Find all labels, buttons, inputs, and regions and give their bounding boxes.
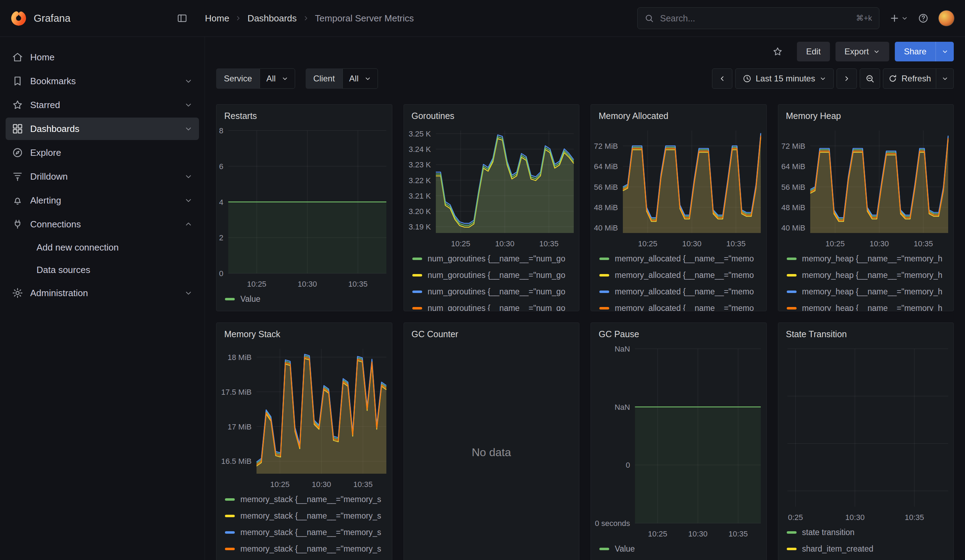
svg-text:10:25: 10:25	[825, 239, 845, 248]
chart-canvas: 18 MiB17.5 MiB17 MiB16.5 MiB10:2510:3010…	[216, 344, 392, 490]
legend-item[interactable]: memory_allocated {__name__="memo	[591, 250, 766, 267]
legend-item[interactable]: memory_stack {__name__="memory_s	[216, 541, 392, 557]
service-filter-value[interactable]: All	[260, 69, 295, 89]
legend-item[interactable]: memory_stack {__name__="memory_s	[216, 491, 392, 508]
sidebar-item-explore[interactable]: Explore	[6, 141, 199, 164]
search-box[interactable]: ⌘+k	[637, 7, 879, 29]
svg-text:6: 6	[219, 162, 223, 171]
legend-item[interactable]: Value	[216, 291, 392, 307]
panel-grid: Restarts8642010:2510:3010:35ValueGorouti…	[205, 89, 965, 560]
svg-text:40 MiB: 40 MiB	[781, 224, 805, 232]
legend-item[interactable]: num_goroutines {__name__="num_go	[404, 300, 579, 311]
legend-marker	[225, 548, 235, 550]
share-button[interactable]: Share	[895, 42, 936, 61]
legend-item[interactable]: num_goroutines {__name__="num_go	[404, 284, 579, 300]
new-button[interactable]	[889, 13, 908, 23]
search-icon	[644, 14, 654, 23]
export-button[interactable]: Export	[836, 42, 889, 61]
chart-area: 18 MiB17.5 MiB17 MiB16.5 MiB10:2510:3010…	[216, 344, 392, 490]
sidebar-item-administration[interactable]: Administration	[6, 282, 199, 304]
legend-item[interactable]: memory_stack {__name__="memory_s	[216, 524, 392, 541]
legend-item[interactable]: memory_allocated {__name__="memo	[591, 267, 766, 284]
no-data-message: No data	[404, 344, 579, 560]
legend-marker	[412, 291, 422, 293]
legend-item[interactable]: memory_heap {__name__="memory_h	[778, 284, 954, 300]
chevron-down-icon[interactable]	[184, 124, 193, 133]
search-input[interactable]	[659, 13, 850, 24]
edit-button[interactable]: Edit	[797, 42, 829, 61]
zoom-out-button[interactable]	[860, 69, 880, 89]
panel-title[interactable]: Memory Heap	[778, 104, 954, 126]
refresh-interval-button[interactable]	[936, 69, 954, 89]
help-button[interactable]	[918, 13, 929, 23]
dock-menu-button[interactable]	[177, 13, 187, 23]
panel-title[interactable]: Restarts	[216, 104, 392, 126]
legend: memory_stack {__name__="memory_smemory_s…	[216, 490, 392, 560]
chevron-down-icon[interactable]	[184, 289, 193, 297]
refresh-button[interactable]: Refresh	[883, 69, 936, 89]
time-controls: Last 15 minutes	[712, 69, 954, 89]
legend-label: memory_allocated {__name__="memo	[615, 271, 754, 280]
body-row: HomeBookmarksStarredDashboardsExploreDri…	[0, 37, 965, 560]
legend-item[interactable]: memory_heap {__name__="memory_h	[778, 300, 954, 311]
favorite-star-button[interactable]	[770, 46, 786, 57]
legend-item[interactable]: memory_allocated {__name__="memo	[591, 300, 766, 311]
legend-item[interactable]: memory_heap {__name__="memory_h	[778, 250, 954, 267]
legend-item[interactable]: memory_stack {__name__="memory_s	[216, 508, 392, 524]
sidebar-item-drilldown[interactable]: Drilldown	[6, 165, 199, 188]
sidebar-item-add-new-connection[interactable]: Add new connection	[6, 237, 199, 258]
svg-text:10:35: 10:35	[348, 280, 367, 289]
variable-filters: Service All Client All	[216, 69, 378, 89]
legend-label: state transition	[802, 528, 855, 537]
chevron-down-icon[interactable]	[184, 101, 193, 109]
sidebar-item-home[interactable]: Home	[6, 46, 199, 69]
sidebar-item-dashboards[interactable]: Dashboards	[6, 118, 199, 140]
sidebar-item-bookmarks[interactable]: Bookmarks	[6, 70, 199, 92]
chevron-down-icon[interactable]	[184, 196, 193, 204]
compass-icon	[12, 147, 23, 158]
sidebar-item-starred[interactable]: Starred	[6, 94, 199, 116]
legend-item[interactable]: memory_heap {__name__="memory_h	[778, 267, 954, 284]
panel-title[interactable]: Goroutines	[404, 104, 579, 126]
legend-item[interactable]: num_goroutines {__name__="num_go	[404, 250, 579, 267]
dashboard-toolbar: Edit Export Share	[205, 37, 965, 66]
panel-title[interactable]: GC Counter	[404, 323, 579, 344]
sidebar-item-data-sources[interactable]: Data sources	[6, 259, 199, 280]
time-shift-forward-button[interactable]	[837, 69, 857, 89]
svg-text:72 MiB: 72 MiB	[594, 142, 618, 150]
panel-title[interactable]: Memory Stack	[216, 323, 392, 344]
legend-item[interactable]: memory_allocated {__name__="memo	[591, 284, 766, 300]
legend-marker	[225, 498, 235, 501]
legend-item[interactable]: Value	[591, 541, 766, 557]
chevron-down-icon[interactable]	[184, 172, 193, 181]
brand[interactable]: Grafana	[10, 10, 70, 26]
chart-area: No data	[404, 344, 579, 560]
chevron-down-icon[interactable]	[184, 77, 193, 85]
drilldown-icon	[12, 171, 23, 182]
svg-text:10:35: 10:35	[353, 480, 373, 489]
sidebar-item-connections[interactable]: Connections	[6, 213, 199, 235]
time-range-picker[interactable]: Last 15 minutes	[735, 69, 834, 89]
legend-item[interactable]: num_goroutines {__name__="num_go	[404, 267, 579, 284]
header-actions	[889, 10, 955, 26]
panel-title[interactable]: GC Pause	[591, 323, 766, 344]
panel-title[interactable]: State Transition	[778, 323, 954, 344]
sidebar-item-alerting[interactable]: Alerting	[6, 189, 199, 212]
time-shift-back-button[interactable]	[712, 69, 732, 89]
share-menu-button[interactable]	[936, 42, 954, 61]
legend-label: memory_stack {__name__="memory_s	[240, 528, 381, 537]
chevron-up-icon[interactable]	[184, 220, 193, 229]
sidebar-item-label: Home	[30, 52, 193, 63]
legend-item[interactable]: state transition	[778, 524, 954, 541]
svg-text:4: 4	[219, 198, 223, 207]
chevron-down-icon	[819, 75, 826, 82]
avatar[interactable]	[938, 10, 955, 26]
legend-item[interactable]: shard_item_created	[778, 541, 954, 557]
svg-text:72 MiB: 72 MiB	[781, 142, 805, 150]
panel-title[interactable]: Memory Allocated	[591, 104, 766, 126]
client-filter-value[interactable]: All	[342, 69, 378, 89]
breadcrumb-home[interactable]: Home	[205, 13, 229, 24]
service-filter: Service All	[216, 69, 295, 89]
breadcrumb-dashboards[interactable]: Dashboards	[247, 13, 296, 24]
breadcrumb-current: Temporal Server Metrics	[315, 13, 414, 24]
